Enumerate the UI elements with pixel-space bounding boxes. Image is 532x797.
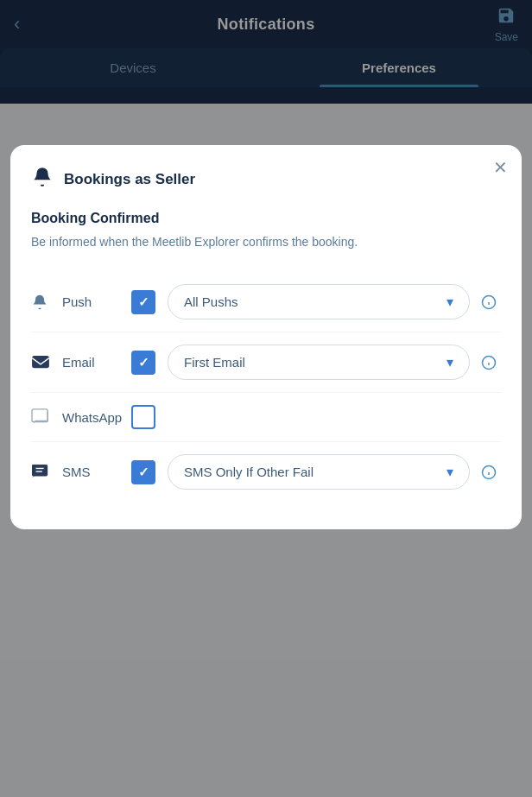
- sms-icon: [31, 464, 62, 481]
- modal-overlay: ✕ Bookings as Seller Booking Confirmed B…: [0, 0, 532, 797]
- chevron-down-icon: ▾: [446, 294, 453, 310]
- whatsapp-label: WhatsApp: [62, 410, 131, 425]
- sms-label: SMS: [62, 465, 131, 479]
- whatsapp-checkbox[interactable]: [131, 405, 155, 429]
- modal-header-icon: [31, 166, 54, 193]
- modal: ✕ Bookings as Seller Booking Confirmed B…: [10, 145, 522, 529]
- email-label: Email: [62, 355, 131, 370]
- modal-header: Bookings as Seller: [31, 166, 501, 193]
- push-checkbox[interactable]: [131, 290, 155, 314]
- sms-dropdown-value: SMS Only If Other Fail: [184, 465, 314, 479]
- push-dropdown-value: All Pushs: [184, 294, 238, 309]
- sms-row: SMS SMS Only If Other Fail ▾: [31, 442, 501, 502]
- push-dropdown[interactable]: All Pushs ▾: [168, 284, 470, 319]
- email-row: Email First Email ▾: [31, 332, 501, 393]
- email-info-button[interactable]: [477, 355, 501, 370]
- push-info-button[interactable]: [477, 294, 501, 310]
- email-dropdown-value: First Email: [184, 355, 245, 370]
- email-icon: [31, 355, 62, 370]
- whatsapp-icon: [31, 408, 62, 426]
- chevron-down-icon: ▾: [446, 354, 453, 370]
- section-desc: Be informed when the Meetlib Explorer co…: [31, 233, 501, 251]
- svg-rect-4: [32, 355, 49, 367]
- push-label: Push: [62, 294, 131, 309]
- modal-close-button[interactable]: ✕: [493, 159, 508, 176]
- sms-checkbox[interactable]: [131, 460, 155, 484]
- chevron-down-icon: ▾: [446, 464, 453, 480]
- email-checkbox[interactable]: [131, 351, 155, 375]
- svg-rect-8: [32, 409, 48, 422]
- push-row: Push All Pushs ▾: [31, 272, 501, 332]
- push-icon: [31, 293, 62, 312]
- modal-title: Bookings as Seller: [64, 171, 195, 188]
- email-dropdown[interactable]: First Email ▾: [168, 345, 470, 380]
- section-title: Booking Confirmed: [31, 211, 501, 226]
- whatsapp-row: WhatsApp: [31, 393, 501, 442]
- sms-dropdown[interactable]: SMS Only If Other Fail ▾: [168, 454, 470, 490]
- sms-info-button[interactable]: [477, 465, 501, 480]
